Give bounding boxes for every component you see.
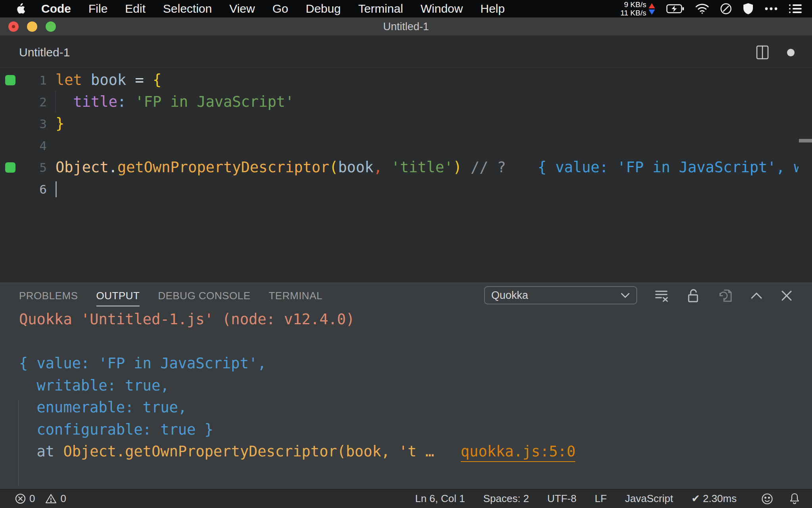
output-console: Quokka 'Untitled-1.js' (node: v12.4.0){ …: [0, 308, 812, 489]
quokka-coverage-indicator: [5, 162, 15, 173]
close-panel-icon[interactable]: [781, 290, 792, 301]
menu-item-terminal[interactable]: Terminal: [358, 2, 403, 15]
line-number: 2: [19, 95, 47, 109]
menu-item-window[interactable]: Window: [421, 2, 463, 15]
window-title: Untitled-1: [0, 17, 812, 36]
output-line: writable: true,: [0, 375, 812, 397]
feedback-smiley-icon[interactable]: [761, 493, 773, 505]
modified-dot[interactable]: [787, 49, 795, 56]
tab-untitled-1[interactable]: Untitled-1: [19, 36, 70, 69]
editor-gutter[interactable]: [0, 178, 19, 200]
menu-item-edit[interactable]: Edit: [125, 2, 146, 15]
split-editor-icon[interactable]: [756, 45, 769, 60]
panel-tab-problems[interactable]: PROBLEMS: [19, 283, 78, 308]
code-token: book: [338, 159, 373, 176]
status-language-mode[interactable]: JavaScript: [625, 493, 673, 505]
maximize-panel-icon[interactable]: [751, 292, 762, 299]
menu-item-file[interactable]: File: [88, 2, 107, 15]
editor-gutter[interactable]: [0, 91, 19, 113]
editor-line-6[interactable]: 6: [0, 178, 799, 200]
code-token: [56, 93, 73, 110]
output-token: configurable: true }: [19, 421, 213, 438]
net-down-speed: 11 KB/s: [620, 9, 646, 17]
clock-icon[interactable]: [720, 3, 732, 15]
menu-item-code[interactable]: Code: [41, 2, 71, 15]
panel-tab-terminal[interactable]: TERMINAL: [269, 283, 322, 308]
open-log-file-icon[interactable]: [718, 289, 732, 303]
output-source-link[interactable]: quokka.js:5:0: [461, 443, 576, 462]
editor-tab-bar: Untitled-1: [0, 36, 812, 69]
code-token: 'title': [391, 159, 453, 176]
editor-gutter[interactable]: [0, 113, 19, 135]
menu-item-selection[interactable]: Selection: [163, 2, 212, 15]
panel-header: PROBLEMSOUTPUTDEBUG CONSOLETERMINAL Quok…: [0, 283, 812, 308]
code-token: [462, 159, 471, 176]
bottom-panel: PROBLEMSOUTPUTDEBUG CONSOLETERMINAL Quok…: [0, 283, 812, 489]
output-token: { value: 'FP in JavaScript',: [19, 355, 266, 372]
editor-line-4[interactable]: 4: [0, 135, 799, 156]
list-menu-icon[interactable]: [789, 4, 802, 14]
menu-item-go[interactable]: Go: [272, 2, 288, 15]
code-token: .: [109, 159, 117, 176]
battery-charging-icon[interactable]: [666, 4, 684, 14]
ellipsis-icon[interactable]: [764, 7, 778, 11]
panel-tab-debug-console[interactable]: DEBUG CONSOLE: [158, 283, 250, 308]
menu-items: CodeFileEditSelectionViewGoDebugTerminal…: [41, 2, 505, 15]
editor-gutter[interactable]: [0, 135, 19, 156]
status-quokka-timing[interactable]: ✔ 2.30ms: [691, 493, 737, 505]
editor-line-1[interactable]: 1let book = {: [0, 69, 799, 91]
code-line: }: [56, 113, 64, 135]
panel-tab-output[interactable]: OUTPUT: [96, 283, 140, 308]
problems-indicator[interactable]: 0: [15, 493, 35, 505]
screen: CodeFileEditSelectionViewGoDebugTerminal…: [0, 0, 812, 508]
line-number: 3: [19, 117, 47, 131]
code-editor[interactable]: 1let book = {2 title: 'FP in JavaScript'…: [0, 69, 812, 283]
menu-item-debug[interactable]: Debug: [306, 2, 341, 15]
shield-icon[interactable]: [743, 3, 753, 15]
output-token: [443, 443, 461, 460]
macos-menu-bar: CodeFileEditSelectionViewGoDebugTerminal…: [0, 0, 812, 17]
overview-ruler-border: [799, 69, 799, 283]
menu-bar-status: 9 KB/s 11 KB/s: [620, 0, 802, 17]
code-token: :: [117, 93, 126, 110]
network-speed-indicator[interactable]: 9 KB/s 11 KB/s: [620, 0, 655, 17]
output-line: [0, 331, 812, 353]
status-encoding[interactable]: UTF-8: [547, 493, 576, 505]
unlock-icon[interactable]: [687, 289, 700, 303]
indent-guide: [56, 91, 56, 113]
output-line: { value: 'FP in JavaScript',: [0, 352, 812, 375]
output-token: writable: true,: [19, 377, 169, 394]
wifi-icon[interactable]: [695, 4, 709, 14]
code-token: // ?: [471, 159, 506, 176]
output-channel-select[interactable]: Quokka: [484, 286, 637, 304]
overview-ruler-cursor-mark: [799, 139, 812, 142]
code-line: Object.getOwnPropertyDescriptor(book, 't…: [56, 156, 799, 178]
status-eol[interactable]: LF: [595, 493, 607, 505]
status-indentation[interactable]: Spaces: 2: [483, 493, 529, 505]
output-token: enumerable: true,: [19, 399, 187, 416]
output-token: Object.getOwnPropertyDescriptor(book, 't…: [63, 443, 443, 460]
apple-menu-icon[interactable]: [15, 3, 25, 15]
editor-gutter[interactable]: [0, 69, 19, 91]
status-cursor-position[interactable]: Ln 6, Col 1: [415, 493, 465, 505]
clear-output-icon[interactable]: [655, 289, 668, 302]
notifications-bell-icon[interactable]: [789, 493, 800, 505]
menu-item-help[interactable]: Help: [480, 2, 505, 15]
editor-line-2[interactable]: 2 title: 'FP in JavaScript': [0, 91, 799, 113]
text-cursor: [56, 181, 57, 197]
code-token: }: [56, 115, 64, 132]
quokka-inline-value: { value: 'FP in JavaScript', wr: [538, 159, 799, 176]
chevron-down-icon: [620, 292, 630, 298]
warning-triangle-icon: [45, 493, 57, 504]
output-indent-guide: [18, 400, 19, 486]
editor-line-3[interactable]: 3}: [0, 113, 799, 135]
output-channel-value: Quokka: [491, 289, 528, 302]
status-bar: 0 0 Ln 6, Col 1Spaces: 2UTF-8LFJavaScrip…: [0, 489, 812, 508]
window-title-bar: Untitled-1: [0, 17, 812, 36]
menu-item-view[interactable]: View: [229, 2, 255, 15]
warnings-indicator[interactable]: 0: [45, 493, 66, 505]
code-token: (: [329, 159, 338, 176]
editor-line-5[interactable]: 5Object.getOwnPropertyDescriptor(book, '…: [0, 156, 799, 178]
line-number: 5: [19, 160, 47, 175]
editor-gutter[interactable]: [0, 156, 19, 178]
